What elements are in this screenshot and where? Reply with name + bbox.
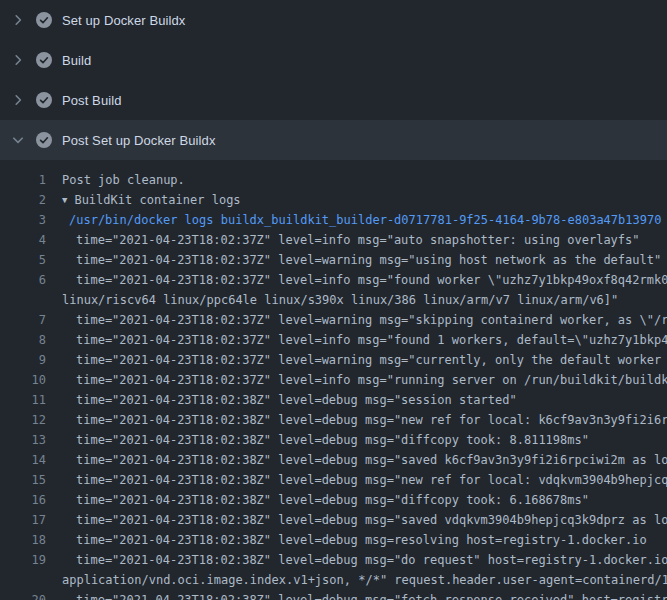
log-text: time="2021-04-23T18:02:38Z" level=debug … [62, 590, 667, 600]
line-number [0, 290, 46, 310]
log-row: application/vnd.oci.image.index.v1+json,… [0, 570, 667, 590]
log-text: time="2021-04-23T18:02:38Z" level=debug … [62, 530, 647, 550]
log-row: 6time="2021-04-23T18:02:37Z" level=info … [0, 270, 667, 290]
section-title: Build [62, 53, 91, 68]
log-text: time="2021-04-23T18:02:38Z" level=debug … [62, 390, 517, 410]
line-number[interactable]: 18 [0, 530, 46, 550]
log-row: 10time="2021-04-23T18:02:37Z" level=info… [0, 370, 667, 390]
section-header-set-up-docker-buildx[interactable]: Set up Docker Buildx [0, 0, 667, 40]
log-text: time="2021-04-23T18:02:38Z" level=debug … [62, 490, 589, 510]
log-area: 1Post job cleanup.2▼BuildKit container l… [0, 160, 667, 600]
log-row: 18time="2021-04-23T18:02:38Z" level=debu… [0, 530, 667, 550]
line-number[interactable]: 14 [0, 450, 46, 470]
section-header-build[interactable]: Build [0, 40, 667, 80]
log-text: time="2021-04-23T18:02:37Z" level=warnin… [62, 250, 661, 270]
check-circle-icon [36, 12, 52, 28]
log-text: time="2021-04-23T18:02:38Z" level=debug … [62, 510, 667, 530]
log-row: 5time="2021-04-23T18:02:37Z" level=warni… [0, 250, 667, 270]
line-number[interactable]: 12 [0, 410, 46, 430]
log-row: 16time="2021-04-23T18:02:38Z" level=debu… [0, 490, 667, 510]
log-text: time="2021-04-23T18:02:38Z" level=debug … [62, 450, 667, 470]
check-circle-icon [36, 132, 52, 148]
line-number[interactable]: 3 [0, 210, 46, 230]
section-title: Set up Docker Buildx [62, 13, 185, 28]
log-text[interactable]: ▼BuildKit container logs [62, 190, 241, 210]
line-number[interactable]: 8 [0, 330, 46, 350]
line-number[interactable]: 13 [0, 430, 46, 450]
line-number[interactable]: 2 [0, 190, 46, 210]
log-row: 17time="2021-04-23T18:02:38Z" level=debu… [0, 510, 667, 530]
line-number[interactable]: 20 [0, 590, 46, 600]
line-number[interactable]: 17 [0, 510, 46, 530]
log-row: 7time="2021-04-23T18:02:37Z" level=warni… [0, 310, 667, 330]
log-text: time="2021-04-23T18:02:37Z" level=warnin… [62, 350, 667, 370]
line-number[interactable]: 7 [0, 310, 46, 330]
section-header-post-build[interactable]: Post Build [0, 80, 667, 120]
chevron-down-icon[interactable] [10, 132, 26, 148]
log-text: application/vnd.oci.image.index.v1+json,… [62, 570, 667, 590]
log-text: time="2021-04-23T18:02:38Z" level=debug … [62, 470, 667, 490]
log-text: time="2021-04-23T18:02:38Z" level=debug … [62, 410, 667, 430]
line-number [0, 570, 46, 590]
line-number[interactable]: 19 [0, 550, 46, 570]
log-text: time="2021-04-23T18:02:38Z" level=debug … [62, 550, 667, 570]
line-number[interactable]: 10 [0, 370, 46, 390]
log-text: time="2021-04-23T18:02:37Z" level=info m… [62, 370, 667, 390]
section-title: Post Build [62, 93, 122, 108]
log-row: 3/usr/bin/docker logs buildx_buildkit_bu… [0, 210, 667, 230]
section-title: Post Set up Docker Buildx [62, 133, 216, 148]
log-row: 19time="2021-04-23T18:02:38Z" level=debu… [0, 550, 667, 570]
log-row: 14time="2021-04-23T18:02:38Z" level=debu… [0, 450, 667, 470]
log-row: 20time="2021-04-23T18:02:38Z" level=debu… [0, 590, 667, 600]
log-row: 13time="2021-04-23T18:02:38Z" level=debu… [0, 430, 667, 450]
workflow-log-panel: Set up Docker Buildx Build Post Build Po… [0, 0, 667, 600]
line-number[interactable]: 1 [0, 170, 46, 190]
check-circle-icon [36, 92, 52, 108]
log-row: 12time="2021-04-23T18:02:38Z" level=debu… [0, 410, 667, 430]
log-text: time="2021-04-23T18:02:37Z" level=info m… [62, 230, 640, 250]
line-number[interactable]: 6 [0, 270, 46, 290]
line-number[interactable]: 9 [0, 350, 46, 370]
log-row: 2▼BuildKit container logs [0, 190, 667, 210]
log-row: 4time="2021-04-23T18:02:37Z" level=info … [0, 230, 667, 250]
line-number[interactable]: 4 [0, 230, 46, 250]
log-row: 8time="2021-04-23T18:02:37Z" level=info … [0, 330, 667, 350]
log-row: 11time="2021-04-23T18:02:38Z" level=debu… [0, 390, 667, 410]
section-header-post-set-up-docker-buildx[interactable]: Post Set up Docker Buildx [0, 120, 667, 160]
log-command-text: /usr/bin/docker logs buildx_buildkit_bui… [62, 210, 661, 230]
log-text: time="2021-04-23T18:02:38Z" level=debug … [62, 430, 589, 450]
log-row: 15time="2021-04-23T18:02:38Z" level=debu… [0, 470, 667, 490]
log-row: 1Post job cleanup. [0, 170, 667, 190]
log-text: Post job cleanup. [62, 170, 185, 190]
log-text: time="2021-04-23T18:02:37Z" level=info m… [62, 270, 667, 290]
chevron-right-icon[interactable] [10, 52, 26, 68]
log-text: time="2021-04-23T18:02:37Z" level=info m… [62, 330, 667, 350]
chevron-right-icon[interactable] [10, 12, 26, 28]
check-circle-icon [36, 52, 52, 68]
line-number[interactable]: 15 [0, 470, 46, 490]
log-row: 9time="2021-04-23T18:02:37Z" level=warni… [0, 350, 667, 370]
chevron-right-icon[interactable] [10, 92, 26, 108]
log-text: time="2021-04-23T18:02:37Z" level=warnin… [62, 310, 667, 330]
log-row: linux/riscv64 linux/ppc64le linux/s390x … [0, 290, 667, 310]
line-number[interactable]: 5 [0, 250, 46, 270]
log-text: linux/riscv64 linux/ppc64le linux/s390x … [62, 290, 618, 310]
line-number[interactable]: 11 [0, 390, 46, 410]
line-number[interactable]: 16 [0, 490, 46, 510]
log-lines: 1Post job cleanup.2▼BuildKit container l… [0, 170, 667, 600]
group-toggle-icon[interactable]: ▼ [62, 190, 67, 210]
